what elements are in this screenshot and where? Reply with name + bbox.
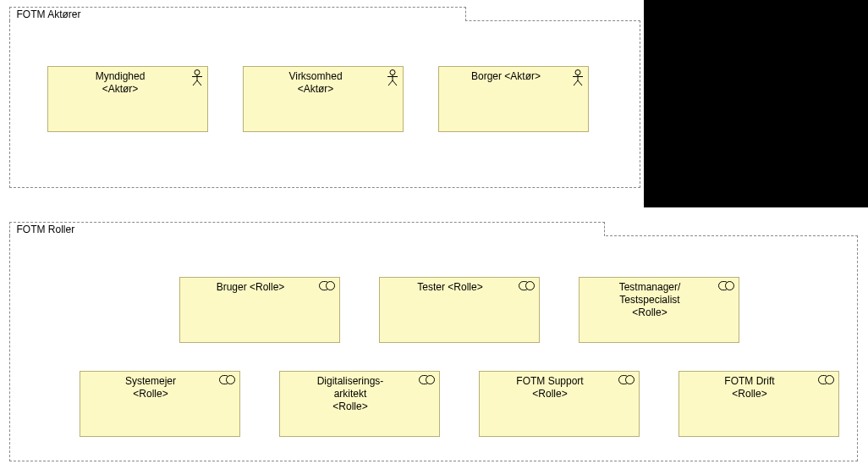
actor-myndighed-stereotype: <Aktør>	[52, 83, 189, 96]
role-fotm-drift-stereotype: <Rolle>	[683, 388, 816, 400]
actor-myndighed-name: Myndighed	[52, 70, 189, 83]
svg-point-20	[726, 282, 734, 290]
role-systemejer: Systemejer <Rolle>	[80, 371, 240, 437]
actor-borger-label: Borger <Aktør>	[442, 70, 569, 83]
role-fotm-drift: FOTM Drift <Rolle>	[678, 371, 839, 437]
actor-icon	[387, 69, 398, 86]
role-icon	[818, 375, 834, 384]
svg-line-4	[197, 80, 201, 86]
actor-virksomhed-stereotype: <Aktør>	[247, 83, 384, 96]
group-aktorer-title: FOTM Aktører	[17, 8, 81, 20]
svg-point-18	[526, 282, 535, 290]
actor-icon	[191, 69, 203, 86]
black-rectangle	[644, 0, 868, 207]
role-testmanager: Testmanager/ Testspecialist <Rolle>	[579, 277, 739, 343]
actor-virksomhed: Virksomhed <Aktør>	[243, 66, 404, 132]
svg-line-13	[574, 80, 578, 86]
role-icon	[519, 281, 535, 290]
svg-line-14	[578, 80, 582, 86]
role-fotm-drift-name: FOTM Drift	[683, 375, 816, 388]
role-digi-stereotype: <Rolle>	[283, 400, 417, 413]
role-digitaliseringsarkitekt: Digitaliserings- arkitekt <Rolle>	[279, 371, 440, 437]
actor-virksomhed-name: Virksomhed	[247, 70, 384, 83]
role-fotm-support: FOTM Support <Rolle>	[479, 371, 640, 437]
role-icon	[718, 281, 734, 290]
group-roller: FOTM Roller Bruger <Rolle> Tester <Rolle…	[9, 235, 858, 461]
svg-point-0	[195, 70, 200, 75]
role-icon	[419, 375, 435, 384]
role-bruger: Bruger <Rolle>	[179, 277, 340, 343]
svg-point-22	[227, 376, 235, 384]
svg-point-10	[575, 70, 580, 75]
role-tester-label: Tester <Rolle>	[383, 281, 517, 294]
svg-line-9	[393, 80, 397, 86]
role-icon	[219, 375, 235, 384]
role-fotm-support-stereotype: <Rolle>	[483, 388, 617, 400]
role-digi-line1: Digitaliserings-	[283, 375, 417, 388]
svg-line-3	[193, 80, 197, 86]
role-testmanager-stereotype: <Rolle>	[583, 307, 717, 319]
role-testmanager-line1: Testmanager/	[583, 281, 717, 294]
svg-point-16	[327, 282, 335, 290]
svg-point-26	[626, 376, 635, 384]
role-systemejer-name: Systemejer	[84, 375, 217, 388]
actor-myndighed: Myndighed <Aktør>	[47, 66, 208, 132]
role-icon	[618, 375, 635, 384]
role-digi-line2: arkitekt	[283, 388, 417, 400]
svg-point-28	[826, 376, 834, 384]
group-roller-tab: FOTM Roller	[9, 222, 605, 236]
actor-borger: Borger <Aktør>	[438, 66, 589, 132]
actor-icon	[572, 69, 584, 86]
role-icon	[319, 281, 335, 290]
svg-point-24	[426, 376, 435, 384]
role-bruger-label: Bruger <Rolle>	[184, 281, 317, 294]
svg-line-8	[388, 80, 393, 86]
role-fotm-support-name: FOTM Support	[483, 375, 617, 388]
group-aktorer: FOTM Aktører Myndighed <Aktør> Virksomhe…	[9, 20, 640, 188]
group-roller-title: FOTM Roller	[17, 224, 75, 235]
role-tester: Tester <Rolle>	[379, 277, 540, 343]
group-aktorer-tab: FOTM Aktører	[9, 7, 466, 21]
role-testmanager-line2: Testspecialist	[583, 294, 717, 307]
svg-point-5	[390, 70, 395, 75]
role-systemejer-stereotype: <Rolle>	[84, 388, 217, 400]
